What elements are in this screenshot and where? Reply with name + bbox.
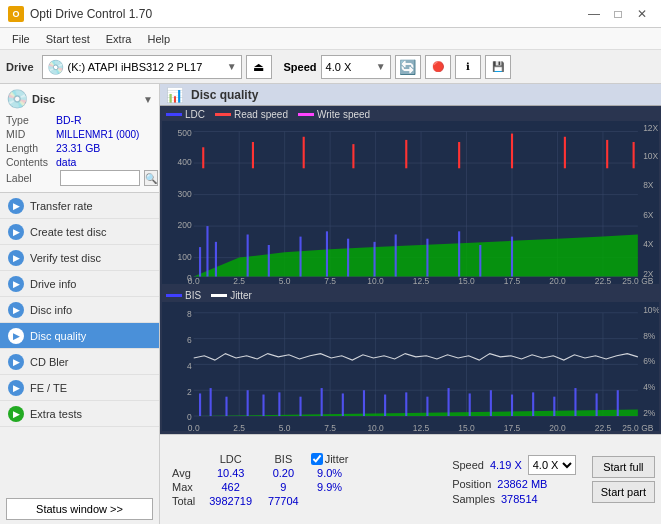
verify-test-disc-icon: ▶ <box>8 250 24 266</box>
svg-rect-45 <box>299 237 301 277</box>
label-browse-button[interactable]: 🔍 <box>144 170 158 186</box>
start-part-button[interactable]: Start part <box>592 481 655 503</box>
menu-file[interactable]: File <box>4 31 38 47</box>
title-bar-left: O Opti Drive Control 1.70 <box>8 6 152 22</box>
samples-value: 378514 <box>501 493 538 505</box>
cd-bler-icon: ▶ <box>8 354 24 370</box>
svg-rect-110 <box>596 393 598 416</box>
read-color <box>215 113 231 116</box>
svg-rect-51 <box>458 231 460 276</box>
svg-rect-91 <box>210 388 212 416</box>
disc-panel: 💿 Disc ▼ Type BD-R MID MILLENMR1 (000) L… <box>0 84 159 193</box>
max-bis: 9 <box>260 480 307 494</box>
menu-help[interactable]: Help <box>139 31 178 47</box>
svg-text:2%: 2% <box>643 408 656 418</box>
sidebar-item-cd-bler[interactable]: ▶ CD Bler <box>0 349 159 375</box>
svg-text:10.0: 10.0 <box>367 423 384 431</box>
speed-arrow-icon: ▼ <box>376 61 386 72</box>
start-full-button[interactable]: Start full <box>592 456 655 478</box>
create-test-disc-icon: ▶ <box>8 224 24 240</box>
fe-te-icon: ▶ <box>8 380 24 396</box>
svg-rect-48 <box>373 242 375 277</box>
svg-rect-49 <box>395 234 397 276</box>
info-button[interactable]: ℹ <box>455 55 481 79</box>
sidebar-item-extra-tests[interactable]: ▶ Extra tests <box>0 401 159 427</box>
svg-rect-63 <box>633 142 635 168</box>
svg-rect-55 <box>252 142 254 168</box>
svg-text:17.5: 17.5 <box>504 423 521 431</box>
disc-panel-header: 💿 Disc ▼ <box>6 88 153 110</box>
svg-rect-96 <box>299 397 301 416</box>
svg-text:2: 2 <box>187 386 192 396</box>
main-layout: 💿 Disc ▼ Type BD-R MID MILLENMR1 (000) L… <box>0 84 661 524</box>
speed-selector[interactable]: 4.0 X ▼ <box>321 55 391 79</box>
sidebar-item-transfer-rate[interactable]: ▶ Transfer rate <box>0 193 159 219</box>
svg-rect-62 <box>606 140 608 168</box>
menu-extra[interactable]: Extra <box>98 31 140 47</box>
maximize-button[interactable]: □ <box>607 3 629 25</box>
save-button[interactable]: 💾 <box>485 55 511 79</box>
label-input[interactable] <box>60 170 140 186</box>
minimize-button[interactable]: — <box>583 3 605 25</box>
dropdown-arrow-icon: ▼ <box>227 61 237 72</box>
sidebar-item-verify-test-disc[interactable]: ▶ Verify test disc <box>0 245 159 271</box>
svg-text:0.0: 0.0 <box>188 276 200 284</box>
total-label: Total <box>166 494 201 508</box>
position-value: 23862 MB <box>497 478 547 490</box>
svg-text:6%: 6% <box>643 356 656 366</box>
extra-tests-label: Extra tests <box>30 408 82 420</box>
sidebar-item-create-test-disc[interactable]: ▶ Create test disc <box>0 219 159 245</box>
chart-title: Disc quality <box>191 88 258 102</box>
disc-type-row: Type BD-R <box>6 114 153 126</box>
right-stats: Speed 4.19 X 4.0 X 2.0 X Position 23862 … <box>452 455 576 505</box>
drive-text: (K:) ATAPI iHBS312 2 PL17 <box>68 61 223 73</box>
ldc-col-header: LDC <box>201 452 260 466</box>
create-test-disc-label: Create test disc <box>30 226 106 238</box>
max-label: Max <box>166 480 201 494</box>
total-bis: 77704 <box>260 494 307 508</box>
close-button[interactable]: ✕ <box>631 3 653 25</box>
svg-text:7.5: 7.5 <box>324 423 336 431</box>
avg-jitter: 9.0% <box>307 466 353 480</box>
svg-text:20.0: 20.0 <box>549 276 566 284</box>
red-btn[interactable]: 🔴 <box>425 55 451 79</box>
contents-value: data <box>56 156 76 168</box>
chart1-legend: LDC Read speed Write speed <box>162 108 659 121</box>
svg-text:100: 100 <box>178 252 192 262</box>
svg-rect-107 <box>532 392 534 416</box>
window-controls: — □ ✕ <box>583 3 653 25</box>
svg-rect-46 <box>326 231 328 276</box>
menu-start-test[interactable]: Start test <box>38 31 98 47</box>
svg-text:10.0: 10.0 <box>367 276 384 284</box>
svg-text:15.0: 15.0 <box>458 423 475 431</box>
jitter-checkbox-label[interactable]: Jitter <box>311 453 349 465</box>
fe-te-label: FE / TE <box>30 382 67 394</box>
sidebar-item-disc-quality[interactable]: ▶ Disc quality <box>0 323 159 349</box>
eject-button[interactable]: ⏏ <box>246 55 272 79</box>
contents-label: Contents <box>6 156 56 168</box>
svg-rect-105 <box>490 390 492 416</box>
svg-rect-50 <box>426 239 428 277</box>
svg-text:20.0: 20.0 <box>549 423 566 431</box>
disc-info-icon: ▶ <box>8 302 24 318</box>
chart-header-icon: 📊 <box>166 87 183 103</box>
svg-rect-97 <box>321 388 323 416</box>
drive-selector[interactable]: 💿 (K:) ATAPI iHBS312 2 PL17 ▼ <box>42 55 242 79</box>
length-label: Length <box>6 142 56 154</box>
speed-stat-select[interactable]: 4.0 X 2.0 X <box>528 455 576 475</box>
stats-table: LDC BIS Jitter Avg <box>166 452 353 508</box>
svg-rect-58 <box>405 140 407 168</box>
refresh-button[interactable]: 🔄 <box>395 55 421 79</box>
jitter-checkbox[interactable] <box>311 453 323 465</box>
svg-text:400: 400 <box>178 157 192 167</box>
sidebar-item-drive-info[interactable]: ▶ Drive info <box>0 271 159 297</box>
title-bar: O Opti Drive Control 1.70 — □ ✕ <box>0 0 661 28</box>
svg-text:200: 200 <box>178 220 192 230</box>
write-label: Write speed <box>317 109 370 120</box>
cd-bler-label: CD Bler <box>30 356 69 368</box>
sidebar-item-fe-te[interactable]: ▶ FE / TE <box>0 375 159 401</box>
disc-icon: 💿 <box>6 88 28 110</box>
status-window-button[interactable]: Status window >> <box>6 498 153 520</box>
disc-length-row: Length 23.31 GB <box>6 142 153 154</box>
sidebar-item-disc-info[interactable]: ▶ Disc info <box>0 297 159 323</box>
